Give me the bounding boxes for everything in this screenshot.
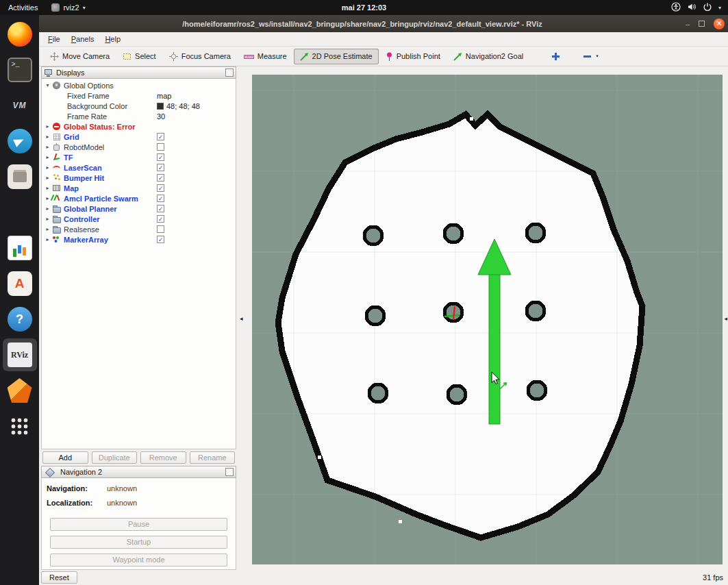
tree-row-markerarray[interactable]: ▸MarkerArray✓ [42,234,236,245]
swarm-icon [52,194,61,203]
expand-arrow-icon[interactable]: ▸ [45,164,51,171]
expand-arrow-icon[interactable]: ▸ [45,206,51,212]
dock-item-media-player[interactable] [3,196,37,229]
system-tray[interactable]: ▾ [671,2,728,13]
tool-remove-tool[interactable]: ▾ [577,50,605,63]
dock-item-terminal[interactable]: >_ [3,53,37,86]
display-enabled-checkbox[interactable]: ✓ [157,236,164,243]
tree-row-bumper-hit[interactable]: ▸Bumper Hit✓ [42,173,236,183]
tree-row-realsense[interactable]: ▸Realsense [42,224,236,234]
tool-move-camera[interactable]: Move Camera [44,49,116,64]
tree-row-tf[interactable]: ▸TF✓ [42,152,236,162]
clock[interactable]: mai 27 12:03 [342,3,386,12]
3d-viewport[interactable] [252,75,723,564]
tree-row-global-options[interactable]: ▾Global Options [42,80,236,90]
tree-row-global-planner[interactable]: ▸Global Planner✓ [42,203,236,214]
reset-button[interactable]: Reset [41,571,77,584]
expand-arrow-icon[interactable]: ▸ [45,144,51,150]
tree-row-controller[interactable]: ▸Controller✓ [42,214,236,224]
navigation2-panel-header[interactable]: Navigation 2 [41,466,236,478]
collapse-arrow-icon[interactable]: ◂ [724,315,727,322]
map-icon [52,184,61,192]
collapse-arrow-icon[interactable]: ◂ [240,315,243,322]
tool-focus-camera[interactable]: Focus Camera [163,49,237,64]
expand-arrow-icon[interactable]: ▸ [45,236,51,242]
dock-item-help[interactable]: ? [3,303,37,336]
display-enabled-checkbox[interactable]: ✓ [157,195,164,202]
display-enabled-checkbox[interactable]: ✓ [157,153,164,161]
expand-arrow-icon[interactable]: ▸ [45,216,51,222]
expand-arrow-icon[interactable]: ▸ [45,175,51,181]
folder-icon [52,214,61,223]
pause-button[interactable]: Pause [50,518,227,531]
menu-help[interactable]: Help [99,35,126,43]
minimize-icon[interactable]: – [686,20,690,28]
tree-row-value[interactable]: 48; 48; 48 [157,101,200,111]
tree-row-label: Frame Rate [67,112,107,121]
tree-row-grid[interactable]: ▸Grid✓ [42,132,236,142]
dock-item-impress[interactable] [3,232,37,264]
panel-splitter[interactable]: ◂ [236,66,252,570]
display-enabled-checkbox[interactable]: ✓ [157,164,164,171]
tree-row-value[interactable]: 30 [157,111,165,121]
app-menu[interactable]: rviz2 ▾ [46,3,90,12]
close-icon[interactable]: ✕ [714,18,725,29]
tree-row-amcl-particle-swarm[interactable]: ▸Amcl Particle Swarm✓ [42,193,236,203]
display-enabled-checkbox[interactable] [157,225,164,233]
tool-select[interactable]: Select [116,49,162,64]
startup-button[interactable]: Startup [50,536,227,549]
menu-panels[interactable]: Panels [66,35,100,43]
displays-panel-header[interactable]: Displays [41,66,236,79]
expand-arrow-icon[interactable]: ▸ [45,185,51,191]
map-obstacle [369,384,387,402]
expand-arrow-icon[interactable]: ▸ [45,195,51,201]
display-enabled-checkbox[interactable]: ✓ [157,184,164,192]
display-enabled-checkbox[interactable]: ✓ [157,205,164,212]
expand-arrow-icon[interactable]: ▸ [45,226,51,232]
publish-point-icon [386,52,393,61]
dock-item-software[interactable]: A [3,267,37,300]
tree-row-background-color[interactable]: Background Color48; 48; 48 [42,101,236,111]
display-enabled-checkbox[interactable] [157,143,164,151]
remove-button[interactable]: Remove [140,451,186,464]
display-enabled-checkbox[interactable]: ✓ [157,133,164,140]
dock-item-files[interactable] [3,160,37,193]
tree-row-value[interactable]: map [157,90,171,101]
dock-item-app-grid[interactable] [3,410,37,443]
add-button[interactable]: Add [42,451,88,464]
window-titlebar[interactable]: /home/eiforamr/ros2_ws/install/nav2_brin… [39,15,728,32]
display-enabled-checkbox[interactable]: ✓ [157,215,164,223]
panel-float-button[interactable] [225,69,234,77]
tree-row-map[interactable]: ▸Map✓ [42,183,236,193]
tool-add-tool[interactable] [545,49,566,64]
tree-row-label: Grid [64,133,79,141]
tool-2d-pose-estimate[interactable]: 2D Pose Estimate [294,49,379,64]
dock-item-orange-app[interactable] [3,374,37,407]
dock-item-vmware[interactable]: VM [3,89,37,122]
dock-item-messenger[interactable] [3,125,37,158]
tool-measure[interactable]: Measure [238,49,293,64]
expand-arrow-icon[interactable]: ▾ [45,82,51,88]
chevron-down-icon: ▾ [83,5,86,11]
duplicate-button[interactable]: Duplicate [92,451,138,464]
menu-file[interactable]: File [42,35,66,43]
maximize-icon[interactable] [699,21,705,27]
expand-arrow-icon[interactable]: ▸ [45,123,51,129]
dock-item-firefox[interactable] [3,18,37,51]
rename-button[interactable]: Rename [190,451,236,464]
tree-row-global-status-error[interactable]: ▸Global Status: Error [42,121,236,132]
expand-arrow-icon[interactable]: ▸ [45,154,51,160]
display-enabled-checkbox[interactable]: ✓ [157,174,164,182]
panel-float-button[interactable] [225,468,234,476]
tool-publish-point[interactable]: Publish Point [379,49,447,64]
expand-arrow-icon[interactable]: ▸ [45,134,51,140]
activities-button[interactable]: Activities [0,0,46,15]
tree-row-fixed-frame[interactable]: Fixed Framemap [42,90,236,101]
measure-icon [244,52,254,61]
tree-row-laserscan[interactable]: ▸LaserScan✓ [42,162,236,173]
tree-row-robotmodel[interactable]: ▸RobotModel [42,142,236,152]
tool-navigation2-goal[interactable]: Navigation2 Goal [447,49,529,64]
waypoint-mode-button[interactable]: Waypoint mode [50,553,227,567]
tree-row-frame-rate[interactable]: Frame Rate30 [42,111,236,121]
dock-item-rviz[interactable]: RViz [3,338,37,371]
